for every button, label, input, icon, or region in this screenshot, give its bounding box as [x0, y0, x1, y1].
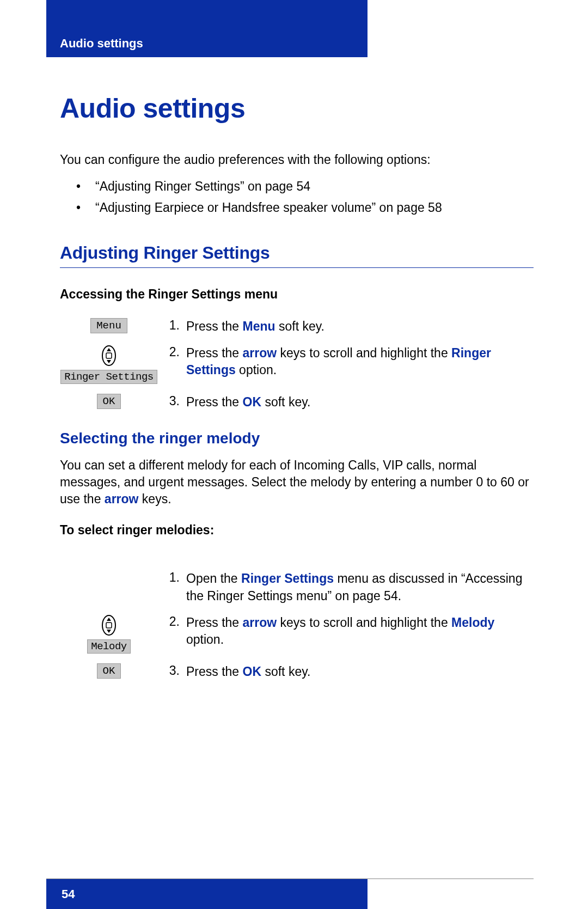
keyword: Menu [243, 319, 275, 333]
keyword: Melody [451, 615, 494, 630]
running-head-bar: Audio settings [46, 0, 367, 57]
step-number: 3. [158, 663, 186, 678]
step-text: Press the OK soft key. [186, 394, 534, 411]
step-row: OK 3. Press the OK soft key. [60, 663, 534, 680]
footer-bar: 54 [46, 879, 367, 909]
step-text: Press the arrow keys to scroll and highl… [186, 345, 534, 379]
step-icon-col: Ringer Settings [60, 345, 158, 384]
step-row: Menu 1. Press the Menu soft key. [60, 318, 534, 335]
sub-heading: To select ringer melodies: [60, 523, 534, 538]
step-text: Press the Menu soft key. [186, 318, 534, 335]
keyword: OK [243, 664, 262, 679]
step-text-pre: Press the [186, 615, 243, 630]
step-text-mid: keys to scroll and highlight the [277, 615, 451, 630]
step-text-post: option. [236, 363, 277, 377]
svg-marker-2 [107, 360, 111, 363]
page-title: Audio settings [60, 93, 534, 124]
manual-page: Audio settings Audio settings You can co… [0, 0, 588, 909]
bullet-item: “Adjusting Ringer Settings” on page 54 [60, 176, 534, 197]
step-text-pre: Press the [186, 346, 243, 360]
section2-paragraph: You can set a different melody for each … [60, 457, 534, 508]
svg-marker-6 [107, 630, 111, 633]
running-head-text: Audio settings [60, 36, 143, 51]
menu-softkey-icon: Menu [90, 318, 127, 333]
page-number: 54 [62, 887, 75, 901]
svg-marker-5 [107, 618, 111, 621]
step-text-post: soft key. [261, 395, 310, 409]
svg-rect-7 [106, 623, 112, 628]
step-icon-col: Menu [60, 318, 158, 333]
step-row: Ringer Settings 2. Press the arrow keys … [60, 345, 534, 384]
svg-rect-3 [106, 353, 112, 358]
keyword: arrow [105, 492, 139, 506]
keyword: OK [243, 395, 262, 409]
step-text: Open the Ringer Settings menu as discuss… [186, 570, 534, 604]
step-text-pre: Press the [186, 395, 243, 409]
step-text-pre: Press the [186, 319, 243, 333]
step-icon-col: OK [60, 394, 158, 409]
step-text: Press the arrow keys to scroll and highl… [186, 614, 534, 648]
ringer-settings-label-icon: Ringer Settings [60, 370, 157, 384]
step-number: 1. [158, 318, 186, 333]
step-icon-col: Melody [60, 614, 158, 654]
bullet-item: “Adjusting Earpiece or Handsfree speaker… [60, 197, 534, 218]
step-text-pre: Press the [186, 664, 243, 679]
keyword: arrow [243, 615, 277, 630]
step-text-post: option. [186, 632, 224, 646]
keyword: Ringer Settings [241, 571, 334, 585]
step-row: OK 3. Press the OK soft key. [60, 394, 534, 411]
step-number: 2. [158, 345, 186, 359]
arrow-nav-icon [101, 614, 117, 636]
section-rule [60, 267, 534, 268]
melody-label-icon: Melody [87, 639, 130, 654]
sub-heading: Accessing the Ringer Settings menu [60, 287, 534, 302]
arrow-nav-icon [101, 345, 117, 367]
step-row: Melody 2. Press the arrow keys to scroll… [60, 614, 534, 654]
page-content: Audio settings You can configure the aud… [60, 76, 534, 690]
step-text: Press the OK soft key. [186, 663, 534, 680]
step-icon-col: OK [60, 663, 158, 679]
intro-paragraph: You can configure the audio preferences … [60, 151, 534, 168]
keyword: arrow [243, 346, 277, 360]
step-text-post: soft key. [275, 319, 324, 333]
sub-heading-blue: Selecting the ringer melody [60, 430, 534, 447]
para-text: keys. [138, 492, 171, 506]
step-text-mid: keys to scroll and highlight the [277, 346, 451, 360]
step-number: 3. [158, 394, 186, 408]
section-heading: Adjusting Ringer Settings [60, 243, 534, 263]
step-text-pre: Open the [186, 571, 241, 585]
svg-marker-1 [107, 348, 111, 351]
intro-bullet-list: “Adjusting Ringer Settings” on page 54 “… [60, 176, 534, 218]
step-text-post: soft key. [261, 664, 310, 679]
step-number: 1. [158, 570, 186, 585]
step-row: 1. Open the Ringer Settings menu as disc… [60, 570, 534, 604]
ok-softkey-icon: OK [97, 663, 121, 679]
step-number: 2. [158, 614, 186, 629]
ok-softkey-icon: OK [97, 394, 121, 409]
